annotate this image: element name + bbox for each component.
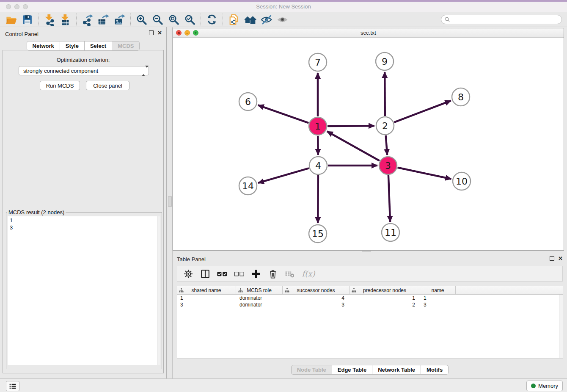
graph-edge-1-6[interactable] [258,105,309,123]
graph-node-6[interactable]: 6 [239,93,257,110]
criterion-dropdown[interactable]: strongly connected component [19,66,149,75]
graph-node-1[interactable]: 1 [309,117,327,135]
table-cell[interactable]: dominator [236,295,283,301]
graph-edge-1-2[interactable] [328,126,374,126]
tab-network[interactable]: Network [27,41,60,51]
mcds-result-text[interactable]: 1 3 [8,216,160,365]
table-cell[interactable]: 3 [177,302,236,308]
column-header-successor-nodes[interactable]: successor nodes [283,286,350,294]
table-cell[interactable]: 1 [350,295,420,301]
float-table-panel-icon[interactable] [550,256,554,261]
vertical-splitter[interactable] [167,27,173,378]
table-settings-button[interactable] [181,268,196,280]
graph-edge-2-3[interactable] [386,135,387,155]
table-cell[interactable]: 3 [283,302,350,308]
list-icon [9,383,17,389]
export-network-icon [82,14,94,26]
graph-edge-3-11[interactable] [388,175,390,222]
table-row[interactable]: 1dominator411 [177,295,563,301]
close-table-panel-icon[interactable]: ✕ [558,257,563,261]
column-header-predecessor-nodes[interactable]: predecessor nodes [350,286,420,294]
panel-menu-button[interactable] [6,381,19,391]
apply-layout-button[interactable] [204,13,220,26]
column-header-name[interactable]: name [420,286,456,294]
graph-edge-2-9[interactable] [385,72,385,116]
table-row[interactable]: 3dominator323 [177,301,563,308]
close-panel-button[interactable]: Close panel [86,81,129,90]
close-panel-icon[interactable]: ✕ [157,31,162,35]
hide-selected-button[interactable] [258,13,274,26]
save-session-button[interactable] [19,13,36,26]
export-table-button[interactable] [96,13,112,26]
graph-node-7[interactable]: 7 [309,53,327,71]
zoom-selected-button[interactable] [182,13,198,26]
tab-style[interactable]: Style [60,41,85,51]
open-session-button[interactable] [3,13,19,26]
os-titlebar: Session: New Session [0,2,567,12]
graph-node-15[interactable]: 15 [309,225,327,243]
tab-network-table[interactable]: Network Table [372,365,421,375]
show-all-button[interactable] [274,13,290,26]
export-image-button[interactable] [112,13,128,26]
clone-network-view-button[interactable] [226,13,242,26]
graph-node-2[interactable]: 2 [376,117,394,135]
graph-node-3[interactable]: 3 [379,157,397,174]
splitter-grip[interactable] [168,196,172,207]
graph-edge-3-10[interactable] [398,168,451,179]
tab-select[interactable]: Select [84,41,112,51]
graph-node-8[interactable]: 8 [452,88,470,106]
search-input[interactable] [441,15,562,24]
tab-mcds[interactable]: MCDS [112,41,140,51]
import-network-button[interactable] [41,13,58,26]
table-cell[interactable]: 1 [177,295,236,301]
delete-row-button[interactable] [265,268,281,280]
result-scrollbar[interactable] [157,216,160,365]
node-table: shared nameMCDS rolesuccessor nodesprede… [177,286,563,359]
columns-button[interactable] [198,268,213,280]
zoom-fit-button[interactable] [166,13,182,26]
zoom-in-button[interactable] [134,13,150,26]
table-cell[interactable]: 4 [283,295,350,301]
tab-motifs[interactable]: Motifs [421,365,449,375]
tab-edge-table[interactable]: Edge Table [332,365,372,375]
table-cell[interactable]: dominator [236,302,283,308]
graph-node-14[interactable]: 14 [239,177,257,195]
graph-edge-1-4[interactable] [318,136,318,155]
svg-text:6: 6 [245,97,251,107]
graph-node-10[interactable]: 10 [453,172,471,190]
show-all-icon [276,14,289,26]
graph-edge-2-8[interactable] [394,101,451,122]
table-cell[interactable]: 3 [420,302,456,308]
graph-node-9[interactable]: 9 [376,52,394,70]
network-window-titlebar[interactable]: ✕ – + scc.txt [173,28,564,38]
hide-selected-icon [260,14,272,26]
table-cell[interactable]: 2 [350,302,420,308]
svg-text:10: 10 [456,176,468,187]
graph-edge-4-15[interactable] [318,175,318,223]
network-graph-canvas[interactable]: 1234678910111415 [173,38,564,250]
export-network-button[interactable] [80,13,96,26]
tab-node-table[interactable]: Node Table [291,365,332,375]
table-scrollbar[interactable] [559,295,563,358]
import-table-button[interactable] [58,13,74,26]
home-neighbors-icon [244,14,256,26]
graph-node-4[interactable]: 4 [309,157,327,174]
table-cell[interactable]: 1 [420,295,456,301]
column-header-shared-name[interactable]: shared name [177,286,236,294]
home-neighbors-button[interactable] [242,13,258,26]
zoom-out-button[interactable] [150,13,166,26]
run-mcds-button[interactable]: Run MCDS [40,81,80,90]
unselect-all-icon [234,269,244,279]
import-network-icon [44,14,56,26]
float-panel-icon[interactable] [149,30,154,35]
add-row-button[interactable] [248,268,264,280]
memory-button[interactable]: Memory [526,381,563,391]
column-header-mcds-role[interactable]: MCDS role [236,286,283,294]
graph-edge-3-1[interactable] [327,131,380,161]
graph-node-11[interactable]: 11 [382,224,399,241]
select-all-button[interactable] [215,268,230,280]
column-type-icon [352,288,356,293]
unselect-all-button[interactable] [231,268,247,280]
graph-edge-4-14[interactable] [258,168,309,183]
clone-network-view-icon [228,14,240,26]
